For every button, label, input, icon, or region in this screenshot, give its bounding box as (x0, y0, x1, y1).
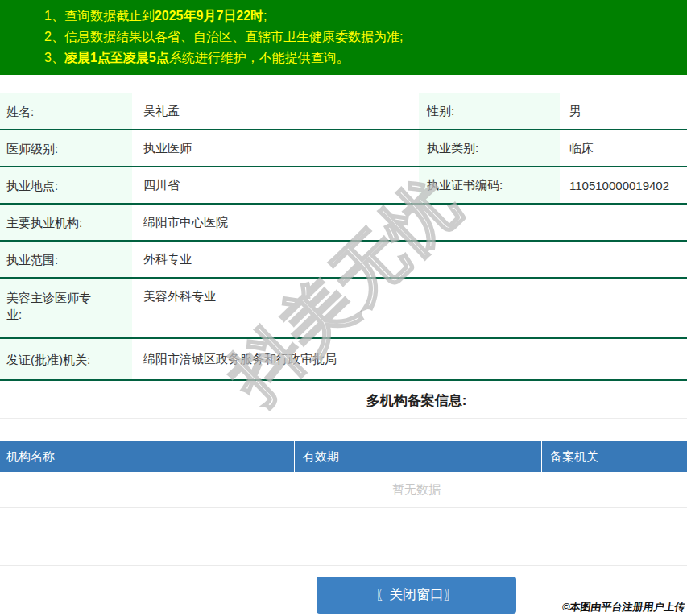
practice-scope-label: 执业范围: (0, 242, 132, 277)
practice-location-label: 执业地点: (0, 167, 132, 203)
notice-line-2: 2、信息数据结果以各省、自治区、直辖市卫生健康委数据为准; (44, 27, 687, 48)
table-row-practice-scope: 执业范围: 外科专业 (0, 242, 687, 279)
column-header-institution-name: 机构名称 (0, 449, 294, 465)
main-institution-label: 主要执业机构: (0, 205, 132, 240)
practice-location-value: 四川省 (132, 178, 419, 193)
table-row-issuing-authority: 发证(批准)机关: 绵阳市涪城区政务服务和行政审批局 (0, 339, 687, 381)
gender-value: 男 (560, 104, 687, 119)
table-row-name-gender: 姓名: 吴礼孟 性别: 男 (0, 93, 687, 130)
filing-table-header: 机构名称 有效期 备案机关 (0, 441, 687, 472)
doctor-level-label: 医师级别: (0, 130, 132, 166)
practice-category-label: 执业类别: (419, 130, 560, 166)
practice-scope-value: 外科专业 (132, 252, 687, 267)
table-row-cosmetic-specialty: 美容主诊医师专业: 美容外科专业 (0, 279, 687, 339)
footer-bar: 〖关闭窗口〗 (0, 566, 687, 605)
uploader-copyright-note: ©本图由平台注册用户上传 (561, 600, 686, 614)
certificate-no-label: 执业证书编码: (419, 167, 560, 203)
notice-line-3: 3、凌晨1点至凌晨5点系统进行维护，不能提供查询。 (44, 48, 687, 68)
close-window-button[interactable]: 〖关闭窗口〗 (317, 577, 516, 614)
certificate-no-value: 110510000019402 (560, 179, 687, 192)
practitioner-info-table: 姓名: 吴礼孟 性别: 男 医师级别: 执业医师 执业类别: 临床 执业地点: … (0, 93, 687, 381)
cosmetic-specialty-label: 美容主诊医师专业: (0, 279, 132, 337)
query-result-page: 1、查询数据截止到2025年9月7日22时; 2、信息数据结果以各省、自治区、直… (0, 0, 687, 616)
cosmetic-specialty-value: 美容外科专业 (132, 279, 687, 304)
column-header-validity-period: 有效期 (294, 441, 541, 472)
table-row-main-institution: 主要执业机构: 绵阳市中心医院 (0, 205, 687, 242)
issuing-authority-value: 绵阳市涪城区政务服务和行政审批局 (132, 352, 687, 367)
bottom-gap (0, 508, 687, 566)
issuing-authority-label: 发证(批准)机关: (0, 339, 132, 379)
table-row-location-certno: 执业地点: 四川省 执业证书编码: 110510000019402 (0, 167, 687, 205)
doctor-level-value: 执业医师 (132, 141, 419, 156)
notice-banner: 1、查询数据截止到2025年9月7日22时; 2、信息数据结果以各省、自治区、直… (0, 0, 687, 75)
column-header-filing-authority: 备案机关 (541, 441, 687, 472)
table-row-level-category: 医师级别: 执业医师 执业类别: 临床 (0, 130, 687, 167)
filing-section-title: 多机构备案信息: (0, 381, 687, 419)
notice-line-1: 1、查询数据截止到2025年9月7日22时; (44, 6, 687, 27)
main-institution-value: 绵阳市中心医院 (132, 215, 687, 230)
name-label: 姓名: (0, 93, 132, 129)
gender-label: 性别: (419, 93, 560, 129)
name-value: 吴礼孟 (132, 104, 419, 119)
no-data-placeholder: 暂无数据 (0, 472, 687, 508)
filing-spacer (0, 419, 687, 441)
practice-category-value: 临床 (560, 141, 687, 156)
